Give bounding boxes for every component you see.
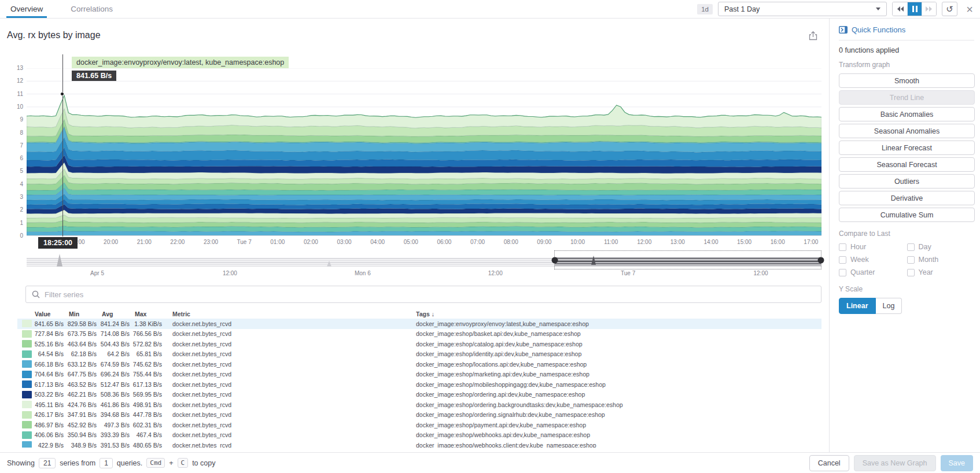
checkbox-icon bbox=[907, 269, 915, 276]
table-row[interactable]: 486.97 B/s452.92 B/s497.3 B/s602.31 B/sd… bbox=[17, 420, 821, 430]
y-axis-tick: 11 bbox=[5, 91, 23, 97]
brush-handle-right[interactable] bbox=[817, 257, 824, 263]
table-row[interactable]: 426.17 B/s347.91 B/s394.68 B/s447.78 B/s… bbox=[17, 410, 821, 420]
tab-correlations[interactable]: Correlations bbox=[71, 0, 113, 18]
series-color-cell bbox=[17, 360, 34, 368]
minimap-brush-spike bbox=[555, 253, 821, 269]
compare-checkbox-year[interactable]: Year bbox=[907, 268, 975, 276]
filter-series-box[interactable] bbox=[25, 286, 821, 303]
table-row[interactable]: 704.64 B/s647.75 B/s696.24 B/s755.44 B/s… bbox=[17, 369, 821, 380]
y-scale-linear-button[interactable]: Linear bbox=[839, 298, 876, 314]
table-row[interactable]: 495.11 B/s424.76 B/s461.86 B/s498.91 B/s… bbox=[17, 400, 821, 410]
function-button-trend-line[interactable]: Trend Line bbox=[839, 90, 975, 105]
function-button-seasonal-anomalies[interactable]: Seasonal Anomalies bbox=[839, 124, 975, 138]
cell-tags: docker_image:eshop/mobileshoppingagg:dev… bbox=[416, 381, 821, 388]
save-as-new-graph-button[interactable]: Save as New Graph bbox=[854, 455, 936, 471]
table-row[interactable]: 422.9 B/s348.9 B/s391.53 B/s480.65 B/sdo… bbox=[17, 440, 821, 448]
compare-option-label: Week bbox=[850, 256, 869, 264]
x-axis-tick: 12:00 bbox=[637, 239, 651, 245]
series-color-swatch bbox=[22, 371, 32, 378]
function-button-linear-forecast[interactable]: Linear Forecast bbox=[839, 141, 975, 155]
minimap-tick: Apr 5 bbox=[90, 270, 104, 276]
x-axis-tick: 20:00 bbox=[104, 239, 118, 245]
cancel-button[interactable]: Cancel bbox=[809, 455, 849, 471]
column-header-tags[interactable]: Tags ↓ bbox=[416, 311, 821, 317]
close-icon[interactable]: × bbox=[963, 3, 977, 15]
table-row[interactable]: 666.18 B/s633.12 B/s674.59 B/s745.62 B/s… bbox=[17, 359, 821, 369]
metric-explorer-window: Overview Correlations 1d Past 1 Day ↺ bbox=[0, 0, 980, 473]
table-row[interactable]: 503.22 B/s462.21 B/s508.36 B/s569.95 B/s… bbox=[17, 390, 821, 400]
timeline-minimap[interactable] bbox=[27, 252, 821, 268]
series-color-cell bbox=[17, 431, 34, 439]
caret-down-icon bbox=[876, 8, 880, 10]
column-header-avg[interactable]: Avg bbox=[97, 311, 130, 317]
cell-min: 452.92 B/s bbox=[64, 422, 97, 428]
y-scale-log-button[interactable]: Log bbox=[876, 298, 902, 314]
step-forward-icon bbox=[925, 6, 933, 12]
minimap-brush[interactable] bbox=[554, 250, 821, 269]
cell-metric: docker.net.bytes_rcvd bbox=[162, 381, 416, 388]
function-button-derivative[interactable]: Derivative bbox=[839, 191, 975, 205]
x-axis-tick: 16:00 bbox=[771, 239, 785, 245]
cell-value: 704.64 B/s bbox=[34, 371, 64, 378]
step-forward-button[interactable] bbox=[922, 2, 936, 16]
function-button-cumulative-sum[interactable]: Cumulative Sum bbox=[839, 208, 975, 222]
cell-tags: docker_image:eshop/identity.api:dev,kube… bbox=[416, 350, 821, 357]
minimap-tick: 12:00 bbox=[488, 270, 503, 276]
export-icon[interactable] bbox=[809, 31, 817, 42]
refresh-button[interactable]: ↺ bbox=[942, 2, 957, 16]
tab-bar: Overview Correlations bbox=[0, 0, 113, 18]
step-backward-button[interactable] bbox=[893, 2, 907, 16]
function-button-seasonal-forecast[interactable]: Seasonal Forecast bbox=[839, 157, 975, 172]
plus-label: + bbox=[169, 459, 173, 467]
crosshair-line bbox=[62, 54, 63, 236]
function-button-smooth[interactable]: Smooth bbox=[839, 73, 975, 88]
cell-avg: 504.43 B/s bbox=[97, 341, 130, 348]
table-row[interactable]: 841.65 B/s829.58 B/s841.24 B/s1.38 KiB/s… bbox=[17, 319, 821, 329]
series-color-swatch bbox=[22, 320, 32, 327]
y-scale-toggle: LinearLog bbox=[839, 298, 902, 314]
y-axis-tick: 3 bbox=[5, 194, 23, 200]
function-button-basic-anomalies[interactable]: Basic Anomalies bbox=[839, 107, 975, 121]
table-row[interactable]: 525.16 B/s463.64 B/s504.43 B/s572.82 B/s… bbox=[17, 339, 821, 349]
y-axis-tick: 10 bbox=[5, 104, 23, 110]
x-axis-tick: 09:00 bbox=[537, 239, 551, 245]
time-range-select[interactable]: Past 1 Day bbox=[718, 2, 887, 16]
series-color-cell bbox=[17, 371, 34, 378]
quick-functions-title: Quick Functions bbox=[852, 25, 905, 34]
column-header-metric[interactable]: Metric bbox=[162, 311, 416, 317]
cell-value: 406.06 B/s bbox=[34, 431, 64, 438]
y-axis-tick: 2 bbox=[5, 206, 23, 213]
footer-bar: Showing 21 series from 1 queries. Cmd + … bbox=[0, 452, 980, 473]
table-row[interactable]: 617.13 B/s463.52 B/s512.47 B/s617.13 B/s… bbox=[17, 379, 821, 390]
cell-value: 503.22 B/s bbox=[34, 391, 64, 398]
column-header-max[interactable]: Max bbox=[130, 311, 162, 317]
compare-checkbox-quarter[interactable]: Quarter bbox=[839, 268, 907, 276]
checkbox-icon bbox=[907, 256, 915, 264]
cell-metric: docker.net.bytes_rcvd bbox=[162, 330, 416, 337]
column-header-min[interactable]: Min bbox=[64, 311, 97, 317]
compare-checkbox-month[interactable]: Month bbox=[907, 256, 975, 264]
pause-button[interactable] bbox=[907, 2, 922, 16]
table-row[interactable]: 727.84 B/s673.75 B/s714.08 B/s766.56 B/s… bbox=[17, 329, 821, 339]
brush-handle-left[interactable] bbox=[552, 257, 558, 263]
compare-checkbox-hour[interactable]: Hour bbox=[839, 243, 907, 251]
column-header-value[interactable]: Value bbox=[34, 311, 64, 317]
chart-title: Avg. rx bytes by image bbox=[7, 30, 101, 40]
table-row[interactable]: 64.54 B/s62.18 B/s64.2 B/s65.81 B/sdocke… bbox=[17, 349, 821, 360]
function-button-outliers[interactable]: Outliers bbox=[839, 174, 975, 189]
cell-max: 755.44 B/s bbox=[130, 371, 162, 378]
compare-checkbox-week[interactable]: Week bbox=[839, 256, 907, 264]
kbd-c: C bbox=[178, 458, 189, 468]
table-row[interactable]: 406.06 B/s350.94 B/s393.39 B/s467.4 B/sd… bbox=[17, 430, 821, 441]
tab-overview[interactable]: Overview bbox=[10, 0, 43, 18]
y-axis-tick: 12 bbox=[5, 77, 23, 84]
save-button[interactable]: Save bbox=[941, 455, 974, 471]
quick-functions-header[interactable]: Quick Functions bbox=[839, 25, 974, 34]
compare-checkbox-day[interactable]: Day bbox=[907, 243, 975, 251]
stacked-area-chart[interactable] bbox=[27, 68, 821, 236]
cell-max: 480.65 B/s bbox=[130, 442, 162, 448]
cell-tags: docker_image:eshop/ordering.api:dev,kube… bbox=[416, 391, 821, 398]
filter-series-input[interactable] bbox=[45, 290, 815, 299]
y-axis-tick: 13 bbox=[5, 65, 23, 71]
